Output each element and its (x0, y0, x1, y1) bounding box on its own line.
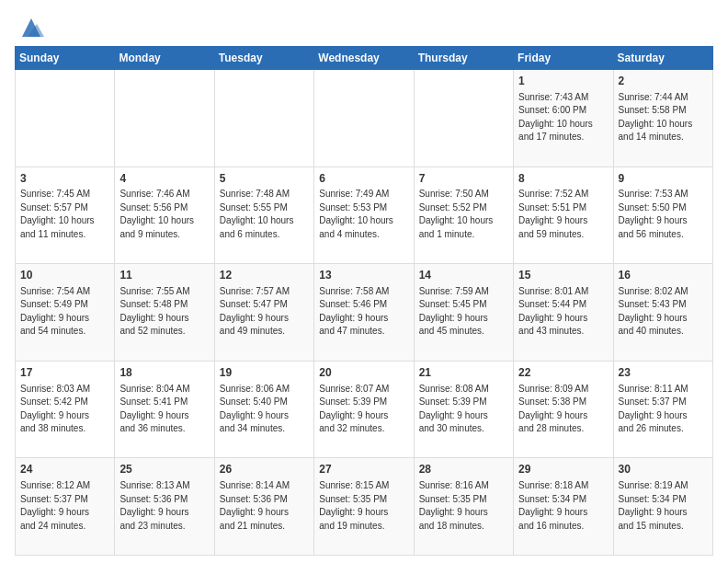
day-number: 1 (518, 74, 608, 89)
calendar-cell (115, 70, 214, 167)
day-number: 8 (518, 171, 608, 187)
day-info: Sunrise: 8:07 AM Sunset: 5:39 PM Dayligh… (319, 383, 408, 436)
calendar-row-2: 10Sunrise: 7:54 AM Sunset: 5:49 PM Dayli… (16, 264, 713, 362)
day-number: 23 (619, 365, 708, 381)
calendar-cell: 3Sunrise: 7:45 AM Sunset: 5:57 PM Daylig… (16, 167, 115, 264)
calendar-cell: 21Sunrise: 8:08 AM Sunset: 5:39 PM Dayli… (414, 361, 513, 458)
day-info: Sunrise: 8:02 AM Sunset: 5:43 PM Dayligh… (619, 285, 708, 339)
day-info: Sunrise: 7:48 AM Sunset: 5:55 PM Dayligh… (220, 188, 309, 241)
calendar-cell: 17Sunrise: 8:03 AM Sunset: 5:42 PM Dayli… (16, 361, 115, 458)
day-number: 27 (319, 462, 408, 477)
calendar-header-saturday: Saturday (613, 47, 712, 70)
calendar-cell: 9Sunrise: 7:53 AM Sunset: 5:50 PM Daylig… (613, 167, 712, 264)
day-number: 4 (119, 171, 209, 187)
day-info: Sunrise: 8:03 AM Sunset: 5:42 PM Dayligh… (20, 383, 109, 436)
calendar-cell (314, 70, 414, 167)
calendar-cell: 22Sunrise: 8:09 AM Sunset: 5:38 PM Dayli… (514, 361, 613, 458)
day-number: 11 (119, 268, 209, 283)
day-info: Sunrise: 7:44 AM Sunset: 5:58 PM Dayligh… (619, 91, 708, 144)
page: SundayMondayTuesdayWednesdayThursdayFrid… (0, 0, 728, 563)
calendar-table: SundayMondayTuesdayWednesdayThursdayFrid… (15, 46, 713, 556)
calendar-row-3: 17Sunrise: 8:03 AM Sunset: 5:42 PM Dayli… (16, 361, 713, 458)
calendar-header-thursday: Thursday (414, 47, 513, 70)
calendar-row-4: 24Sunrise: 8:12 AM Sunset: 5:37 PM Dayli… (16, 458, 713, 556)
day-info: Sunrise: 7:54 AM Sunset: 5:49 PM Dayligh… (20, 285, 109, 339)
day-info: Sunrise: 7:50 AM Sunset: 5:52 PM Dayligh… (419, 188, 508, 241)
calendar-header-sunday: Sunday (16, 47, 115, 70)
calendar-header-friday: Friday (514, 47, 613, 70)
day-number: 18 (119, 365, 209, 381)
day-number: 15 (518, 268, 608, 283)
calendar-cell: 7Sunrise: 7:50 AM Sunset: 5:52 PM Daylig… (414, 167, 513, 264)
calendar-cell: 26Sunrise: 8:14 AM Sunset: 5:36 PM Dayli… (214, 458, 313, 556)
day-info: Sunrise: 8:16 AM Sunset: 5:35 PM Dayligh… (419, 479, 508, 533)
calendar-cell: 14Sunrise: 7:59 AM Sunset: 5:45 PM Dayli… (414, 264, 513, 362)
day-info: Sunrise: 8:12 AM Sunset: 5:37 PM Dayligh… (20, 479, 109, 533)
day-info: Sunrise: 8:04 AM Sunset: 5:41 PM Dayligh… (119, 383, 209, 436)
calendar-cell: 25Sunrise: 8:13 AM Sunset: 5:36 PM Dayli… (115, 458, 214, 556)
calendar-cell: 4Sunrise: 7:46 AM Sunset: 5:56 PM Daylig… (115, 167, 214, 264)
day-info: Sunrise: 7:59 AM Sunset: 5:45 PM Dayligh… (419, 285, 508, 339)
day-number: 22 (518, 365, 608, 381)
day-info: Sunrise: 8:09 AM Sunset: 5:38 PM Dayligh… (518, 383, 608, 436)
day-number: 5 (220, 171, 309, 187)
day-info: Sunrise: 8:06 AM Sunset: 5:40 PM Dayligh… (220, 383, 309, 436)
calendar-cell: 28Sunrise: 8:16 AM Sunset: 5:35 PM Dayli… (414, 458, 513, 556)
calendar-cell: 10Sunrise: 7:54 AM Sunset: 5:49 PM Dayli… (16, 264, 115, 362)
day-number: 20 (319, 365, 408, 381)
day-number: 12 (220, 268, 309, 283)
calendar-header-row: SundayMondayTuesdayWednesdayThursdayFrid… (16, 47, 713, 70)
day-number: 29 (518, 462, 608, 477)
day-info: Sunrise: 7:57 AM Sunset: 5:47 PM Dayligh… (220, 285, 309, 339)
day-info: Sunrise: 7:52 AM Sunset: 5:51 PM Dayligh… (518, 188, 608, 241)
day-info: Sunrise: 8:08 AM Sunset: 5:39 PM Dayligh… (419, 383, 508, 436)
calendar-cell (414, 70, 513, 167)
day-number: 26 (220, 462, 309, 477)
calendar-cell: 15Sunrise: 8:01 AM Sunset: 5:44 PM Dayli… (514, 264, 613, 362)
day-number: 19 (220, 365, 309, 381)
calendar-cell: 24Sunrise: 8:12 AM Sunset: 5:37 PM Dayli… (16, 458, 115, 556)
day-info: Sunrise: 8:18 AM Sunset: 5:34 PM Dayligh… (518, 479, 608, 533)
day-number: 25 (119, 462, 209, 477)
day-number: 16 (619, 268, 708, 283)
day-info: Sunrise: 8:13 AM Sunset: 5:36 PM Dayligh… (119, 479, 209, 533)
day-number: 10 (20, 268, 109, 283)
calendar-cell: 8Sunrise: 7:52 AM Sunset: 5:51 PM Daylig… (514, 167, 613, 264)
day-info: Sunrise: 7:46 AM Sunset: 5:56 PM Dayligh… (119, 188, 209, 241)
day-info: Sunrise: 8:01 AM Sunset: 5:44 PM Dayligh… (518, 285, 608, 339)
calendar-cell: 5Sunrise: 7:48 AM Sunset: 5:55 PM Daylig… (214, 167, 313, 264)
calendar-cell: 11Sunrise: 7:55 AM Sunset: 5:48 PM Dayli… (115, 264, 214, 362)
calendar-cell: 29Sunrise: 8:18 AM Sunset: 5:34 PM Dayli… (514, 458, 613, 556)
calendar-cell: 20Sunrise: 8:07 AM Sunset: 5:39 PM Dayli… (314, 361, 414, 458)
day-info: Sunrise: 8:19 AM Sunset: 5:34 PM Dayligh… (619, 479, 708, 533)
header (15, 11, 713, 40)
calendar-header-wednesday: Wednesday (314, 47, 414, 70)
day-info: Sunrise: 8:15 AM Sunset: 5:35 PM Dayligh… (319, 479, 408, 533)
day-number: 21 (419, 365, 508, 381)
calendar-cell: 13Sunrise: 7:58 AM Sunset: 5:46 PM Dayli… (314, 264, 414, 362)
day-number: 24 (20, 462, 109, 477)
calendar-row-1: 3Sunrise: 7:45 AM Sunset: 5:57 PM Daylig… (16, 167, 713, 264)
day-info: Sunrise: 8:11 AM Sunset: 5:37 PM Dayligh… (619, 383, 708, 436)
calendar-cell: 1Sunrise: 7:43 AM Sunset: 6:00 PM Daylig… (514, 70, 613, 167)
calendar-cell: 23Sunrise: 8:11 AM Sunset: 5:37 PM Dayli… (613, 361, 712, 458)
calendar-cell: 16Sunrise: 8:02 AM Sunset: 5:43 PM Dayli… (613, 264, 712, 362)
day-info: Sunrise: 7:55 AM Sunset: 5:48 PM Dayligh… (119, 285, 209, 339)
day-number: 3 (20, 171, 109, 187)
day-number: 30 (619, 462, 708, 477)
day-info: Sunrise: 7:49 AM Sunset: 5:53 PM Dayligh… (319, 188, 408, 241)
day-number: 9 (619, 171, 708, 187)
logo (15, 15, 44, 40)
calendar-cell: 19Sunrise: 8:06 AM Sunset: 5:40 PM Dayli… (214, 361, 313, 458)
day-number: 17 (20, 365, 109, 381)
calendar-cell (214, 70, 313, 167)
day-info: Sunrise: 8:14 AM Sunset: 5:36 PM Dayligh… (220, 479, 309, 533)
calendar-cell: 2Sunrise: 7:44 AM Sunset: 5:58 PM Daylig… (613, 70, 712, 167)
day-number: 2 (619, 74, 708, 89)
calendar-cell: 6Sunrise: 7:49 AM Sunset: 5:53 PM Daylig… (314, 167, 414, 264)
calendar-cell: 18Sunrise: 8:04 AM Sunset: 5:41 PM Dayli… (115, 361, 214, 458)
day-number: 6 (319, 171, 408, 187)
calendar-row-0: 1Sunrise: 7:43 AM Sunset: 6:00 PM Daylig… (16, 70, 713, 167)
day-number: 13 (319, 268, 408, 283)
day-info: Sunrise: 7:53 AM Sunset: 5:50 PM Dayligh… (619, 188, 708, 241)
